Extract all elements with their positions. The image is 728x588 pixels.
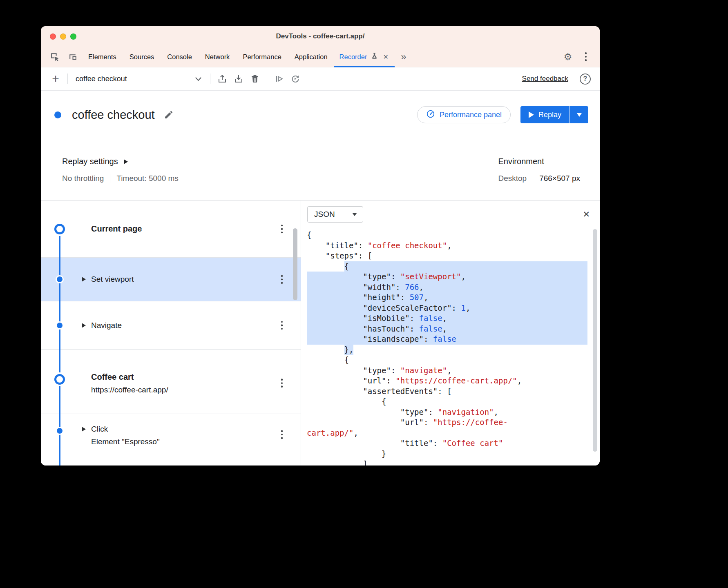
toolbar-separator	[267, 74, 267, 84]
environment-box: Environment Desktop 766×507 px	[498, 157, 588, 200]
recorder-toolbar: + coffee checkout	[41, 67, 600, 91]
json-panel: JSON ✕ { "title": "coffee checkout", "st…	[301, 200, 600, 466]
tab-console[interactable]: Console	[161, 47, 199, 67]
replay-step-icon[interactable]	[271, 71, 287, 87]
replay-settings-label: Replay settings	[62, 157, 118, 166]
steps-panel: Current page Set viewport Navigate	[41, 200, 301, 466]
maximize-window-button[interactable]	[70, 33, 76, 40]
minimize-window-button[interactable]	[60, 33, 66, 40]
caret-down-icon	[352, 213, 357, 216]
step-menu-icon[interactable]	[281, 275, 283, 284]
code-scrollbar[interactable]	[593, 229, 597, 452]
replay-label: Replay	[538, 111, 561, 119]
step-menu-icon[interactable]	[281, 321, 283, 330]
step-row-current-page[interactable]: Current page	[41, 200, 301, 258]
recording-dot-icon	[54, 111, 61, 118]
recording-header: coffee checkout Performance panel	[41, 91, 600, 139]
device-toolbar-icon[interactable]	[64, 47, 82, 67]
format-select-value: JSON	[314, 210, 335, 219]
step-marker-icon	[57, 323, 63, 328]
toolbar-separator	[67, 74, 68, 84]
close-recorder-tab-icon[interactable]: ✕	[382, 53, 389, 61]
close-panel-icon[interactable]: ✕	[583, 209, 590, 219]
close-window-button[interactable]	[50, 33, 56, 40]
settings-strip: Replay settings No throttling Timeout: 5…	[41, 139, 600, 200]
delete-recording-icon[interactable]	[247, 71, 263, 87]
caret-down-icon	[577, 113, 582, 117]
device-value: Desktop	[498, 174, 527, 183]
chevron-down-icon	[195, 75, 201, 83]
step-menu-icon[interactable]	[281, 225, 283, 234]
timeout-value: Timeout: 5000 ms	[116, 174, 178, 183]
step-label: Click	[91, 425, 108, 434]
steps-scrollbar[interactable]	[293, 228, 297, 300]
edit-title-icon[interactable]	[164, 110, 174, 120]
devtools-tabbar: Elements Sources Console Network Perform…	[41, 47, 600, 67]
tab-network[interactable]: Network	[199, 47, 237, 67]
recording-select-value: coffee checkout	[76, 75, 127, 83]
recorder-content: Current page Set viewport Navigate	[41, 200, 600, 466]
step-label: Navigate	[91, 321, 122, 330]
step-title: Coffee cart	[91, 372, 168, 382]
recording-select[interactable]: coffee checkout	[71, 71, 206, 87]
recording-title: coffee checkout	[72, 108, 155, 122]
performance-icon	[426, 109, 435, 120]
replay-button[interactable]: Replay	[520, 106, 569, 123]
import-recording-icon[interactable]	[230, 71, 247, 87]
replay-settings-toggle[interactable]: Replay settings	[62, 157, 179, 166]
window-titlebar: DevTools - coffee-cart.app/	[41, 26, 600, 47]
value-separator	[533, 174, 533, 183]
replay-split-button: Replay	[520, 106, 588, 123]
play-icon	[529, 111, 534, 118]
step-menu-icon[interactable]	[281, 379, 283, 388]
page-marker-icon	[54, 374, 65, 385]
replay-options-button[interactable]	[569, 106, 588, 123]
expand-settings-icon	[124, 159, 128, 164]
step-marker-icon	[57, 276, 63, 282]
step-subtitle: https://coffee-cart.app/	[91, 385, 168, 394]
rerun-recording-icon[interactable]	[287, 71, 304, 87]
step-subtitle: Element "Espresso"	[91, 437, 160, 446]
devtools-menu-icon[interactable]	[577, 47, 595, 67]
throttling-value: No throttling	[62, 174, 104, 183]
step-row-coffee-cart[interactable]: Coffee cart https://coffee-cart.app/	[41, 359, 301, 414]
inspect-element-icon[interactable]	[46, 47, 64, 67]
window-title: DevTools - coffee-cart.app/	[276, 32, 365, 40]
toolbar-separator	[210, 74, 210, 84]
viewport-size-value: 766×507 px	[539, 174, 580, 183]
devtools-window: DevTools - coffee-cart.app/ Elements Sou…	[41, 26, 600, 466]
tab-sources[interactable]: Sources	[123, 47, 161, 67]
settings-gear-icon[interactable]: ⚙	[559, 47, 577, 67]
tab-elements[interactable]: Elements	[82, 47, 123, 67]
page-marker-icon	[54, 224, 65, 234]
expand-step-icon[interactable]	[82, 427, 86, 432]
replay-settings-box: Replay settings No throttling Timeout: 5…	[62, 157, 179, 200]
expand-step-icon[interactable]	[82, 277, 86, 282]
environment-label: Environment	[498, 157, 580, 166]
tab-application[interactable]: Application	[288, 47, 334, 67]
performance-panel-button[interactable]: Performance panel	[417, 106, 511, 123]
send-feedback-link[interactable]: Send feedback	[522, 75, 568, 83]
section-gap	[41, 350, 301, 359]
experiment-icon	[371, 52, 378, 62]
help-icon[interactable]: ?	[580, 74, 591, 85]
json-code[interactable]: { "title": "coffee checkout", "steps": […	[301, 228, 600, 466]
tab-recorder[interactable]: Recorder ✕	[334, 47, 395, 67]
format-select[interactable]: JSON	[307, 206, 363, 223]
tab-performance[interactable]: Performance	[236, 47, 288, 67]
step-marker-icon	[57, 428, 63, 434]
add-recording-icon[interactable]: +	[47, 71, 64, 87]
more-tabs-icon[interactable]: »	[395, 47, 413, 67]
performance-panel-label: Performance panel	[440, 111, 502, 119]
step-label: Set viewport	[91, 275, 134, 284]
export-recording-icon[interactable]	[214, 71, 230, 87]
step-row-navigate[interactable]: Navigate	[41, 301, 301, 350]
expand-step-icon[interactable]	[82, 323, 86, 328]
step-title: Current page	[91, 224, 142, 234]
step-row-click[interactable]: Click Element "Espresso"	[41, 414, 301, 466]
traffic-lights	[50, 26, 76, 47]
tab-recorder-label: Recorder	[339, 53, 367, 61]
step-menu-icon[interactable]	[281, 430, 283, 439]
step-row-set-viewport[interactable]: Set viewport	[41, 258, 301, 301]
value-separator	[110, 174, 110, 183]
